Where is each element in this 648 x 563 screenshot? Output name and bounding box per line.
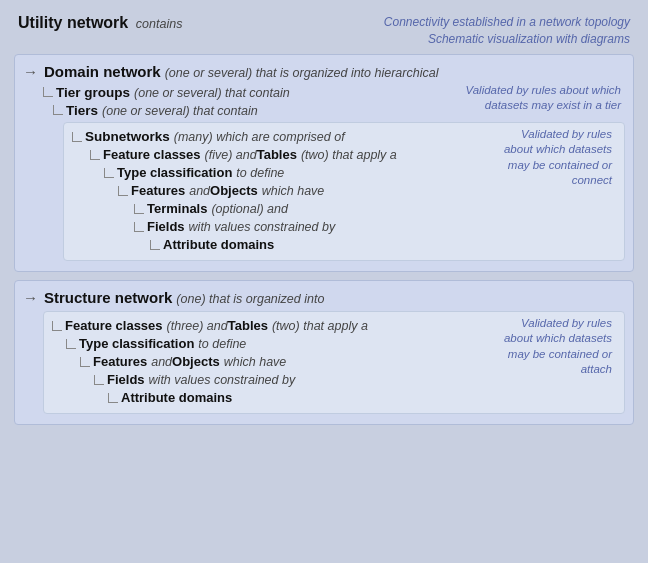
structure-network-block: → Structure network (one) that is organi… (14, 280, 634, 425)
structure-fc-desc-end: (two) that apply a (272, 319, 368, 333)
utility-network-label: Utility network (18, 14, 128, 31)
domain-fields-row: Fields with values constrained by (134, 219, 616, 234)
features-label: Features (131, 183, 185, 198)
structure-feature-classes-row: Feature classes (three) and Tables (two)… (52, 318, 616, 333)
domain-tables-label: Tables (257, 147, 297, 162)
structure-features-connector (80, 357, 90, 367)
header-row: Utility network contains Connectivity es… (14, 14, 634, 48)
tiers-connector (53, 105, 63, 115)
domain-inner-block: Subnetworks (many) which are comprised o… (63, 122, 625, 261)
tiers-desc: (one or several) that contain (102, 104, 258, 118)
feature-classes-connector (90, 150, 100, 160)
main-container: Utility network contains Connectivity es… (10, 10, 638, 429)
structure-fields-connector (94, 375, 104, 385)
structure-tables-label: Tables (228, 318, 268, 333)
subnetworks-label: Subnetworks (85, 129, 170, 144)
structure-fields-desc: with values constrained by (149, 373, 296, 387)
structure-feature-classes-label: Feature classes (65, 318, 163, 333)
structure-type-class-desc: to define (198, 337, 246, 351)
domain-attr-connector (150, 240, 160, 250)
objects-label: Objects (210, 183, 258, 198)
subnetworks-desc: (many) which are comprised of (174, 130, 345, 144)
structure-network-header: → Structure network (one) that is organi… (23, 289, 625, 306)
structure-features-and: and (151, 355, 172, 369)
tier-side-note: Validated by rules about which datasets … (456, 83, 621, 114)
domain-fields-connector (134, 222, 144, 232)
structure-network-desc: (one) that is organized into (176, 292, 324, 306)
structure-features-label: Features (93, 354, 147, 369)
terminals-connector (134, 204, 144, 214)
terminals-desc: (optional) and (211, 202, 287, 216)
terminals-row: Terminals (optional) and (134, 201, 616, 216)
structure-fields-label: Fields (107, 372, 145, 387)
structure-type-class-label: Type classification (79, 336, 194, 351)
domain-network-desc: (one or several) that is organized into … (165, 66, 439, 80)
domain-fields-desc: with values constrained by (189, 220, 336, 234)
feature-classes-desc-mid: (five) and (205, 148, 257, 162)
domain-attr-row: Attribute domains (150, 237, 616, 252)
structure-fc-connector (52, 321, 62, 331)
structure-attr-row: Attribute domains (108, 390, 616, 405)
structure-inner-block: Feature classes (three) and Tables (two)… (43, 311, 625, 414)
feature-classes-label: Feature classes (103, 147, 201, 162)
tier-groups-label: Tier groups (56, 85, 130, 100)
structure-side-note: Validated by rules about which datasets … (502, 316, 612, 378)
features-desc-end: which have (262, 184, 325, 198)
structure-fc-desc-mid: (three) and (167, 319, 228, 333)
structure-objects-label: Objects (172, 354, 220, 369)
utility-network-desc: contains (136, 17, 183, 31)
domain-network-block: → Domain network (one or several) that i… (14, 54, 634, 272)
subnetworks-connector (72, 132, 82, 142)
terminals-label: Terminals (147, 201, 207, 216)
subnetworks-side-note: Validated by rules about which datasets … (502, 127, 612, 189)
utility-network-title: Utility network contains (18, 14, 182, 32)
structure-network-label: Structure network (44, 289, 172, 306)
top-note: Connectivity established in a network to… (384, 14, 630, 48)
subnetworks-row: Subnetworks (many) which are comprised o… (72, 129, 616, 144)
type-class-connector (104, 168, 114, 178)
feature-classes-desc-end: (two) that apply a (301, 148, 397, 162)
structure-attr-label: Attribute domains (121, 390, 232, 405)
structure-features-end: which have (224, 355, 287, 369)
structure-arrow: → (23, 289, 38, 306)
features-and: and (189, 184, 210, 198)
domain-attr-label: Attribute domains (163, 237, 274, 252)
tier-groups-connector (43, 87, 53, 97)
tier-groups-row: Tier groups (one or several) that contai… (43, 85, 625, 100)
structure-tc-connector (66, 339, 76, 349)
type-classification-desc: to define (236, 166, 284, 180)
domain-fields-label: Fields (147, 219, 185, 234)
structure-attr-connector (108, 393, 118, 403)
features-connector (118, 186, 128, 196)
domain-arrow: → (23, 63, 38, 80)
tiers-label: Tiers (66, 103, 98, 118)
type-classification-label: Type classification (117, 165, 232, 180)
domain-network-label: Domain network (44, 63, 161, 80)
domain-network-header: → Domain network (one or several) that i… (23, 63, 625, 80)
tier-groups-desc: (one or several) that contain (134, 86, 290, 100)
